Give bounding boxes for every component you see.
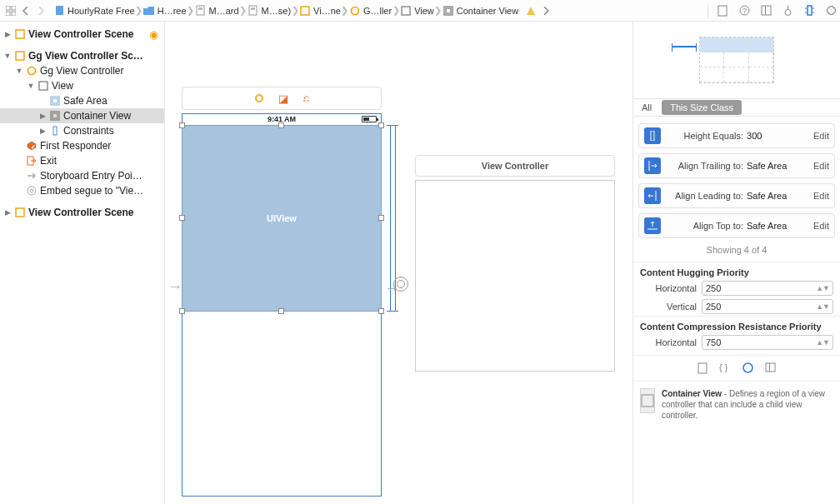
crumb-container-view[interactable]: Container View [442,5,518,17]
svg-rect-25 [51,97,59,105]
interface-builder-canvas[interactable]: ◪ ⎌ → 9:41 AM UIView [165,22,633,504]
battery-icon [362,116,377,122]
constraint-label: Height Equals: [668,131,747,141]
stepper-icon[interactable]: ▲▼ [816,302,829,311]
outline-embed-segue[interactable]: Embed segue to "Vie… [0,183,164,198]
file-inspector-icon[interactable] [717,5,728,17]
code-snippet-icon[interactable]: { } [719,362,731,376]
svg-rect-19 [808,6,812,15]
container-view-canvas[interactable]: UIView [182,125,382,312]
outline-scene-0[interactable]: ▶ View Controller Scene ◉ [0,27,164,42]
resize-handle[interactable] [278,308,284,314]
controller-icon [255,94,263,102]
related-items-icon[interactable] [3,3,18,18]
resize-handle[interactable] [179,122,185,128]
resize-handle[interactable] [278,122,284,128]
outline-gg-controller[interactable]: ▼ Gg View Controller [0,63,164,78]
svg-rect-34 [651,131,654,141]
outline-exit[interactable]: Exit [0,153,164,168]
constraint-height-icon [644,127,661,144]
constraint-row[interactable]: Align Top to: Safe Area Edit [638,213,835,238]
hugging-title: Content Hugging Priority [633,262,840,279]
stepper-icon[interactable]: ▲▼ [816,338,829,347]
cube-icon [26,140,38,152]
hugging-horizontal-input[interactable]: 250▲▼ [702,281,833,296]
compression-title: Content Compression Resistance Priority [633,316,840,333]
outline-container-view[interactable]: ▶ Container View [0,108,164,123]
svg-rect-14 [718,6,727,16]
edit-button[interactable]: Edit [807,131,829,141]
crumb-view[interactable]: View ❯ [400,5,442,17]
stepper-icon[interactable]: ▲▼ [816,284,829,292]
document-icon [53,5,65,17]
constraint-row[interactable]: Height Equals: 300 Edit [638,123,835,148]
outline-entry-point[interactable]: Storyboard Entry Poi… [0,168,164,183]
hugging-vertical-input[interactable]: 250▲▼ [702,299,833,314]
seg-this-size-class[interactable]: This Size Class [662,100,742,115]
edit-button[interactable]: Edit [807,161,829,171]
svg-rect-13 [446,8,451,13]
svg-rect-39 [769,363,770,372]
resize-handle[interactable] [378,215,384,221]
folder-icon [143,5,155,17]
constraint-leading-icon [644,187,661,204]
outline-scene-2[interactable]: ▶ View Controller Scene [0,205,164,220]
crumb-storyboard[interactable]: M…ard ❯ [195,5,248,17]
svg-rect-6 [198,7,202,10]
back-button[interactable] [18,3,33,18]
svg-rect-30 [28,157,33,165]
svg-rect-38 [766,363,775,372]
outline-view[interactable]: ▼ View [0,78,164,93]
resize-handle[interactable] [378,308,384,314]
connections-inspector-icon[interactable] [825,5,837,17]
child-scene-frame[interactable] [415,180,615,372]
outline-constraints[interactable]: ▶ Constraints [0,123,164,138]
file-template-icon[interactable] [698,362,708,376]
crumb-base[interactable]: M…se) ❯ [248,5,299,17]
next-issue-button[interactable] [538,3,553,18]
resize-handle[interactable] [179,308,185,314]
crumb-folder[interactable]: H…ree ❯ [143,5,195,17]
size-class-preview[interactable] [633,22,840,98]
crumb-controller[interactable]: G…ller ❯ [349,5,400,17]
svg-point-10 [351,7,358,14]
warning-icon[interactable] [523,3,538,18]
svg-text:{ }: { } [719,362,728,372]
scene-dock[interactable]: ◪ ⎌ [182,87,382,110]
edit-button[interactable]: Edit [807,191,829,201]
resize-handle[interactable] [378,122,384,128]
constraint-row[interactable]: Align Leading to: Safe Area Edit [638,183,835,208]
document-outline[interactable]: ▶ View Controller Scene ◉ ▼ Gg View Cont… [0,22,165,504]
svg-rect-17 [762,6,771,15]
svg-rect-28 [52,113,58,118]
attributes-inspector-icon[interactable] [782,5,793,17]
svg-rect-27 [51,112,59,120]
constraint-row[interactable]: Align Trailing to: Safe Area Edit [638,153,835,178]
object-library-icon[interactable] [742,362,753,376]
seg-all[interactable]: All [633,99,660,116]
svg-rect-8 [251,7,255,10]
segue-icon [26,185,38,197]
help-inspector-icon[interactable]: ? [738,5,750,17]
identity-inspector-icon[interactable] [760,5,772,17]
svg-point-32 [30,189,33,192]
svg-rect-33 [16,208,24,217]
svg-point-15 [740,6,749,15]
edit-button[interactable]: Edit [807,221,829,231]
embed-segue-icon[interactable] [393,277,408,292]
forward-button[interactable] [33,3,48,18]
compression-horizontal-input[interactable]: 750▲▼ [702,335,833,350]
size-class-segmented[interactable]: All This Size Class [633,98,840,117]
svg-point-20 [827,7,835,15]
svg-rect-35 [698,363,707,373]
outline-scene-1[interactable]: ▼ Gg View Controller Sc… [0,48,164,63]
resize-handle[interactable] [179,215,185,221]
size-inspector-icon[interactable] [803,5,815,17]
media-library-icon[interactable] [765,362,776,376]
outline-safe-area[interactable]: Safe Area [0,93,164,108]
outline-first-responder[interactable]: First Responder [0,138,164,153]
crumb-project[interactable]: HourlyRate Free ❯ [53,5,143,17]
crumb-scene[interactable]: Vi…ne ❯ [299,5,349,17]
svg-rect-24 [39,82,48,90]
child-scene-title[interactable]: View Controller [415,155,615,177]
